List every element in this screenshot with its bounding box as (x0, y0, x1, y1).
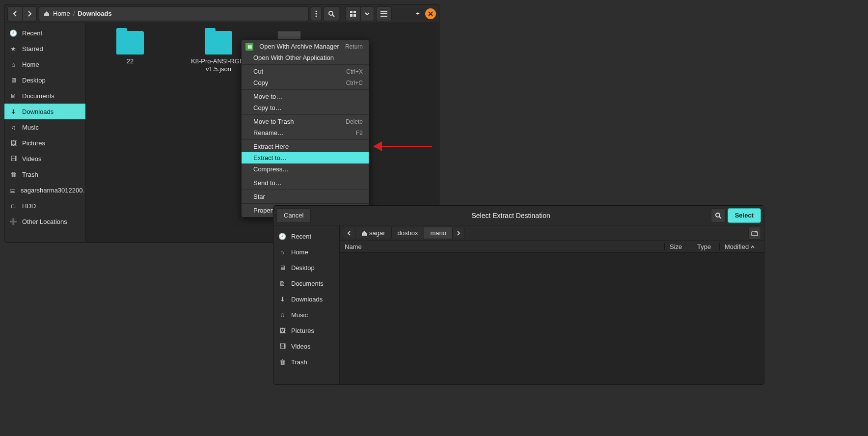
menu-item-cut[interactable]: CutCtrl+X (242, 66, 369, 77)
dialog-sidebar-item-home[interactable]: ⌂Home (273, 244, 339, 260)
column-type[interactable]: Type (692, 243, 720, 250)
dialog-sidebar-item-desktop[interactable]: 🖥Desktop (273, 260, 339, 275)
menu-item-label: Open With Archive Manager (259, 43, 339, 50)
menu-item-accel: Return (345, 43, 363, 50)
star-icon: ★ (9, 45, 17, 53)
sidebar-item-recent[interactable]: 🕘Recent (4, 25, 85, 41)
path-forward-button[interactable] (453, 227, 464, 239)
sidebar-item-videos[interactable]: 🎞Videos (4, 151, 85, 166)
sidebar-item-trash[interactable]: 🗑Trash (4, 166, 85, 182)
new-folder-button[interactable] (748, 227, 761, 240)
extract-destination-dialog: Cancel Select Extract Destination Select… (273, 205, 764, 385)
menu-item-copy[interactable]: CopyCtrl+C (242, 77, 369, 88)
svg-rect-8 (353, 14, 356, 17)
menu-item-copy-to[interactable]: Copy to… (242, 102, 369, 113)
svg-rect-7 (350, 14, 353, 17)
sidebar-item-desktop[interactable]: 🖥Desktop (4, 72, 85, 88)
chevron-right-icon (27, 11, 32, 17)
menu-item-move-to-trash[interactable]: Move to TrashDelete (242, 116, 369, 127)
dialog-sidebar-item-pictures[interactable]: 🖼Pictures (273, 323, 339, 338)
view-dropdown-button[interactable] (360, 6, 374, 21)
menu-item-accel: Ctrl+C (346, 80, 363, 86)
disk-icon: 🖴 (9, 187, 16, 194)
file-item[interactable]: K8-Pro-ANSI-RGB-v1.5.json (189, 31, 248, 73)
dialog-sidebar-item-documents[interactable]: 🗎Documents (273, 275, 339, 291)
svg-point-0 (316, 10, 317, 12)
hamburger-button[interactable] (376, 6, 392, 21)
dialog-header: Cancel Select Extract Destination Select (273, 206, 764, 225)
headerbar: Home / Downloads – + (4, 4, 439, 23)
context-menu: ▦Open With Archive ManagerReturnOpen Wit… (241, 39, 369, 218)
sidebar-item-documents[interactable]: 🗎Documents (4, 88, 85, 104)
dialog-search-button[interactable] (711, 208, 726, 223)
chevron-left-icon (12, 11, 18, 17)
menu-item-open-with-other-application[interactable]: Open With Other Application (242, 52, 369, 63)
dialog-sidebar-item-music[interactable]: ♫Music (273, 307, 339, 323)
sidebar-item-label: Recent (22, 29, 42, 37)
column-modified[interactable]: Modified (720, 243, 764, 250)
menu-item-send-to[interactable]: Send to… (242, 177, 369, 189)
dialog-sidebar: 🕘Recent⌂Home🖥Desktop🗎Documents⬇Downloads… (273, 225, 339, 384)
close-button[interactable] (425, 8, 436, 19)
trash-icon: 🗑 (278, 358, 286, 366)
path-crumb-mario[interactable]: mario (424, 227, 453, 239)
search-button[interactable] (324, 6, 339, 21)
cancel-button[interactable]: Cancel (276, 208, 311, 223)
forward-button[interactable] (22, 6, 37, 21)
sidebar-item-music[interactable]: ♫Music (4, 119, 85, 135)
sidebar-item-pictures[interactable]: 🖼Pictures (4, 135, 85, 151)
column-size[interactable]: Size (665, 243, 692, 250)
minimize-button[interactable]: – (400, 10, 410, 17)
folder-icon (205, 31, 232, 54)
dialog-sidebar-item-downloads[interactable]: ⬇Downloads (273, 291, 339, 307)
menu-item-open-with-archive-manager[interactable]: ▦Open With Archive ManagerReturn (242, 41, 369, 52)
sidebar-item-label: Trash (22, 171, 38, 178)
sidebar-item-label: Music (22, 124, 39, 131)
path-back-button[interactable] (343, 227, 355, 239)
kebab-icon (315, 10, 317, 17)
menu-item-label: Open With Other Application (253, 54, 334, 61)
download-icon: ⬇ (278, 296, 286, 303)
menu-item-rename[interactable]: Rename…F2 (242, 127, 369, 138)
dialog-file-list[interactable] (340, 253, 764, 384)
view-switcher (345, 6, 374, 21)
menu-item-label: Cut (253, 68, 263, 75)
sidebar-item-downloads[interactable]: ⬇Downloads (4, 104, 85, 119)
menu-item-extract-to[interactable]: Extract to… (242, 152, 369, 164)
path-crumb-dosbox[interactable]: dosbox (392, 227, 425, 239)
file-item[interactable]: 22 (101, 31, 160, 65)
dialog-sidebar-label: Documents (291, 280, 324, 287)
menu-item-label: Send to… (253, 179, 282, 187)
menu-item-star[interactable]: Star (242, 191, 369, 202)
menu-item-move-to[interactable]: Move to… (242, 91, 369, 102)
maximize-button[interactable]: + (412, 10, 423, 17)
menu-item-compress[interactable]: Compress… (242, 164, 369, 175)
column-name[interactable]: Name (340, 243, 665, 250)
sidebar-item-other-locations[interactable]: ➕Other Locations (4, 214, 85, 229)
sidebar-item-label: Documents (22, 92, 54, 100)
path-crumb-label: sagar (369, 229, 385, 237)
dialog-sidebar-item-trash[interactable]: 🗑Trash (273, 354, 339, 370)
view-icons-button[interactable] (345, 6, 360, 21)
menu-item-extract-here[interactable]: Extract Here (242, 141, 369, 152)
menu-item-label: Rename… (253, 129, 284, 136)
menu-item-label: Extract to… (253, 154, 287, 162)
breadcrumb-separator: / (73, 10, 75, 17)
sidebar-item-label: Starred (22, 45, 43, 53)
dialog-sidebar-item-recent[interactable]: 🕘Recent (273, 228, 339, 244)
path-crumb-label: mario (430, 229, 446, 237)
breadcrumb-current[interactable]: Downloads (78, 10, 111, 17)
select-button[interactable]: Select (728, 208, 761, 223)
more-menu-button[interactable] (311, 6, 322, 21)
sidebar-item-hdd[interactable]: 🗀HDD (4, 198, 85, 214)
sidebar-item-starred[interactable]: ★Starred (4, 41, 85, 56)
video-icon: 🎞 (9, 155, 17, 163)
breadcrumb-home[interactable]: Home (53, 10, 70, 17)
dialog-sidebar-item-videos[interactable]: 🎞Videos (273, 338, 339, 354)
path-bar[interactable]: Home / Downloads (39, 6, 309, 21)
sidebar-item-label: Other Locations (22, 218, 67, 225)
back-button[interactable] (7, 6, 22, 21)
sidebar-item-home[interactable]: ⌂Home (4, 56, 85, 72)
sidebar-item-sagarsharma3012200-[interactable]: 🖴sagarsharma3012200… (4, 182, 85, 198)
path-crumb-sagar[interactable]: sagar (355, 227, 392, 239)
